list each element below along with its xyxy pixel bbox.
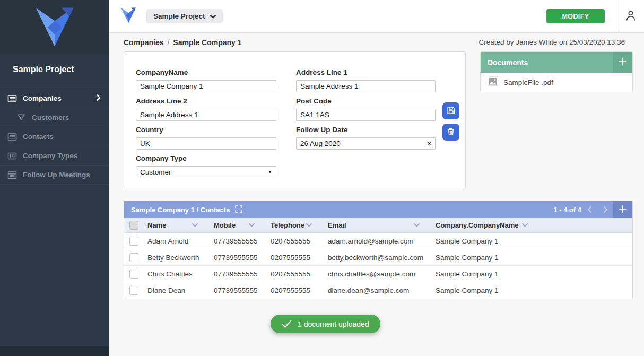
column-label: Name xyxy=(147,221,166,229)
clear-date-icon[interactable]: ✕ xyxy=(427,141,432,146)
cell-email: betty.beckworth@sample.com xyxy=(328,254,436,262)
chevron-right-icon xyxy=(97,94,100,102)
sidebar-item-contacts[interactable]: Contacts xyxy=(0,127,109,146)
expand-icon xyxy=(235,205,242,214)
post-code-input[interactable] xyxy=(296,109,436,121)
field-company-type: Company Type Customer ▼ xyxy=(136,154,276,178)
plus-icon xyxy=(619,205,627,215)
row-checkbox[interactable] xyxy=(129,286,138,295)
company-type-select[interactable]: Customer ▼ xyxy=(136,166,276,178)
document-file-name: SampleFile .pdf xyxy=(503,79,553,86)
topbar: Sample Project MODIFY xyxy=(109,0,644,33)
person-icon xyxy=(625,10,637,23)
add-document-button[interactable] xyxy=(613,52,632,73)
field-companyname: CompanyName xyxy=(136,68,276,92)
column-label: Company.CompanyName xyxy=(436,221,519,229)
sort-chevron-icon xyxy=(192,223,198,227)
cell-mobile: 07739555555 xyxy=(214,254,271,262)
table-row[interactable]: Betty Beckworth 07739555555 0207555555 b… xyxy=(124,249,632,266)
column-header-company[interactable]: Company.CompanyName xyxy=(436,221,536,229)
table-row[interactable]: Chris Chattles 07739555555 0207555555 ch… xyxy=(124,266,632,282)
sidebar-item-customers[interactable]: Customers xyxy=(0,108,109,127)
select-arrow-icon: ▼ xyxy=(268,170,272,175)
cell-name: Betty Beckworth xyxy=(147,254,214,262)
pagination-next-button[interactable] xyxy=(597,201,613,218)
expand-table-button[interactable] xyxy=(235,205,242,214)
save-button[interactable] xyxy=(442,102,459,119)
floppy-disk-icon xyxy=(446,106,456,117)
user-account-button[interactable] xyxy=(617,0,644,33)
field-country: Country xyxy=(136,125,276,150)
column-header-email[interactable]: Email xyxy=(328,221,436,229)
documents-header: Documents xyxy=(481,52,632,73)
sidebar-item-follow-up-meetings[interactable]: Follow Up Meetings xyxy=(0,166,109,185)
row-checkbox[interactable] xyxy=(129,253,138,262)
chevron-down-icon xyxy=(210,12,216,20)
cell-email: adam.arnold@sample.com xyxy=(328,237,436,245)
list-icon xyxy=(7,94,17,103)
sidebar-item-label: Companies xyxy=(23,94,62,102)
column-header-mobile[interactable]: Mobile xyxy=(214,221,271,229)
project-selector-dropdown[interactable]: Sample Project xyxy=(146,9,223,23)
document-list-item[interactable]: SampleFile .pdf xyxy=(481,73,632,92)
address-line-1-label: Address Line 1 xyxy=(296,68,436,77)
cell-telephone: 0207555555 xyxy=(271,270,328,278)
row-checkbox[interactable] xyxy=(129,270,138,279)
sidebar-item-label: Follow Up Meetings xyxy=(23,171,90,179)
breadcrumb: Companies / Sample Company 1 Created by … xyxy=(124,33,634,51)
field-post-code: Post Code xyxy=(296,97,436,121)
breadcrumb-companies-link[interactable]: Companies xyxy=(124,38,163,47)
sidebar-footer-strip xyxy=(0,346,109,356)
contacts-table-header-row: Name Mobile Telephone Email Company.Comp… xyxy=(124,218,632,233)
app-logo-icon xyxy=(32,6,77,49)
address-line-1-input[interactable] xyxy=(296,80,436,92)
follow-up-date-label: Follow Up Date xyxy=(296,125,436,134)
columns-icon xyxy=(7,151,17,161)
cell-telephone: 0207555555 xyxy=(271,237,328,245)
delete-button[interactable] xyxy=(442,124,459,141)
follow-up-date-input[interactable] xyxy=(296,137,436,150)
cell-company: Sample Company 1 xyxy=(436,286,536,294)
documents-title: Documents xyxy=(481,58,528,67)
toast-message: 1 document uploaded xyxy=(298,320,369,328)
chevron-right-icon xyxy=(604,206,607,213)
pagination-label: 1 - 4 of 4 xyxy=(553,206,581,214)
company-form-card: CompanyName Address Line 2 Country Compa… xyxy=(124,51,466,188)
table-row[interactable]: Diane Dean 07739555555 0207555555 diane.… xyxy=(124,282,632,299)
companyname-input[interactable] xyxy=(136,80,276,92)
toast-notification: 1 document uploaded xyxy=(271,315,380,333)
country-input[interactable] xyxy=(136,137,276,150)
address-line-2-input[interactable] xyxy=(136,109,276,121)
breadcrumb-separator: / xyxy=(167,38,169,47)
check-icon xyxy=(282,320,291,328)
add-contact-button[interactable] xyxy=(613,201,632,218)
sort-chevron-icon xyxy=(522,223,528,227)
cell-email: chris.chattles@sample.com xyxy=(328,270,436,278)
pagination-prev-button[interactable] xyxy=(581,201,597,218)
calendar-icon xyxy=(7,170,17,180)
sort-chevron-icon xyxy=(414,223,420,227)
sidebar-item-label: Customers xyxy=(32,114,69,121)
documents-panel: Documents SampleFile .pdf xyxy=(480,51,633,92)
sidebar-item-label: Company Types xyxy=(23,152,77,160)
row-checkbox[interactable] xyxy=(129,237,138,246)
cell-telephone: 0207555555 xyxy=(271,286,328,294)
country-label: Country xyxy=(136,125,276,134)
cell-mobile: 07739555555 xyxy=(214,270,271,278)
column-header-name[interactable]: Name xyxy=(147,221,214,229)
select-all-checkbox[interactable] xyxy=(129,221,138,230)
modify-button[interactable]: MODIFY xyxy=(546,9,605,23)
contacts-table-titlebar: Sample Company 1 / Contacts 1 - 4 of 4 xyxy=(124,201,632,218)
sidebar-item-company-types[interactable]: Company Types xyxy=(0,146,109,166)
cell-telephone: 0207555555 xyxy=(271,254,328,262)
field-follow-up-date: Follow Up Date ✕ xyxy=(296,125,436,150)
sidebar: Sample Project Companies Customers Conta… xyxy=(0,0,109,356)
table-row[interactable]: Adam Arnold 07739555555 0207555555 adam.… xyxy=(124,233,632,249)
trash-icon xyxy=(446,127,456,138)
column-header-telephone[interactable]: Telephone xyxy=(271,221,328,229)
sidebar-project-title: Sample Project xyxy=(0,55,109,85)
column-label: Telephone xyxy=(271,221,304,229)
sidebar-item-companies[interactable]: Companies xyxy=(0,89,109,108)
cell-company: Sample Company 1 xyxy=(436,270,536,278)
project-selector-label: Sample Project xyxy=(153,12,205,20)
